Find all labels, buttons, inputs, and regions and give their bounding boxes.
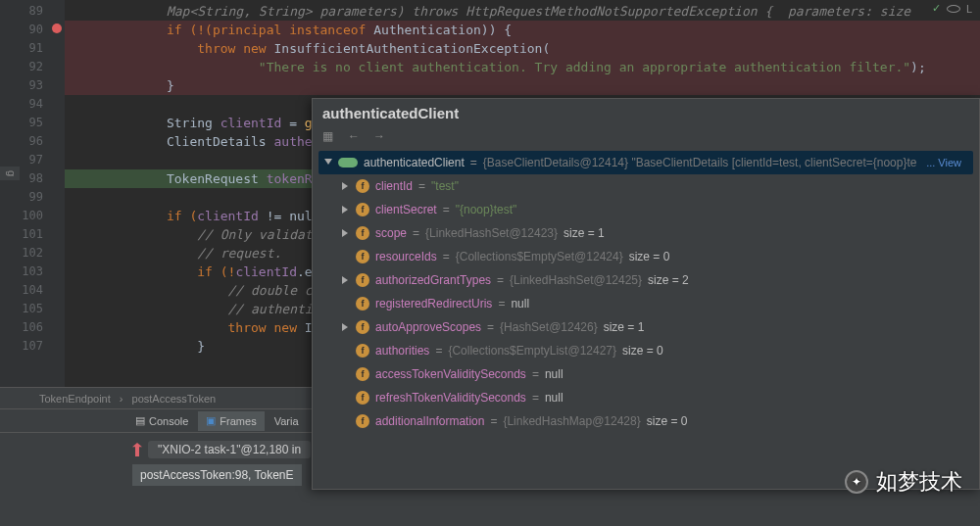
field-name: accessTokenValiditySeconds [375, 367, 526, 381]
field-icon: f [356, 414, 369, 428]
field-icon: f [356, 179, 369, 193]
breadcrumb-item[interactable]: TokenEndpoint [39, 393, 111, 405]
tree-field[interactable]: fscope = {LinkedHashSet@12423} size = 1 [342, 221, 973, 245]
field-name: clientId [375, 179, 413, 193]
field-size: size = 2 [648, 273, 689, 287]
field-name: registeredRedirectUris [375, 297, 492, 311]
history-icon[interactable]: ▦ [322, 129, 336, 143]
watermark: ✦ 如梦技术 [845, 467, 962, 497]
tree-field[interactable]: fautoApproveScopes = {HashSet@12426} siz… [342, 315, 973, 339]
code-line: } [65, 76, 980, 95]
field-name: scope [375, 226, 407, 240]
spacer [342, 394, 350, 402]
line-number: 91 [0, 39, 65, 58]
console-icon: ▤ [135, 414, 145, 427]
tab-console[interactable]: ▤Console [127, 411, 196, 431]
spacer [342, 253, 350, 261]
line-number: 106 [0, 318, 65, 337]
field-value: null [545, 367, 564, 381]
spacer [342, 347, 350, 355]
error-icon [52, 24, 62, 33]
field-name: refreshTokenValiditySeconds [375, 391, 526, 405]
line-number: 99 [0, 188, 65, 207]
field-value: {LinkedHashMap@12428} [503, 414, 640, 428]
line-number: 94 [0, 95, 65, 114]
chevron-right-icon[interactable] [342, 229, 350, 237]
spacer [342, 300, 350, 308]
line-number: 103 [0, 263, 65, 281]
stack-frame[interactable]: postAccessToken:98, TokenE [132, 464, 302, 486]
field-icon: f [356, 250, 369, 263]
line-number: 105 [0, 300, 65, 318]
field-value: {Collections$EmptyList@12427} [448, 344, 616, 358]
field-icon: f [356, 320, 369, 334]
popup-title: authenticatedClient [313, 99, 979, 123]
object-icon [338, 158, 358, 167]
tree-field[interactable]: fregisteredRedirectUris = null [342, 292, 973, 315]
field-value: {LinkedHashSet@12425} [510, 273, 642, 287]
line-number: 101 [0, 225, 65, 244]
debug-value-tree[interactable]: authenticatedClient = {BaseClientDetails… [313, 149, 979, 435]
forward-icon[interactable]: → [373, 129, 387, 143]
code-line: Map<String, String> parameters) throws H… [65, 2, 980, 21]
root-value: {BaseClientDetails@12414} "BaseClientDet… [483, 156, 917, 169]
breadcrumb-item[interactable]: postAccessToken [132, 393, 217, 405]
field-name: additionalInformation [375, 414, 484, 428]
field-value: null [511, 297, 529, 311]
field-size: size = 0 [647, 414, 688, 428]
field-value: null [545, 391, 564, 405]
field-size: size = 1 [564, 226, 605, 240]
field-icon: f [356, 203, 369, 216]
field-icon: f [356, 273, 369, 287]
field-icon: f [356, 344, 369, 358]
field-icon: f [356, 297, 369, 311]
tree-field[interactable]: faccessTokenValiditySeconds = null [342, 362, 973, 386]
field-name: clientSecret [375, 203, 437, 216]
field-size: size = 1 [604, 320, 645, 334]
pin-icon [132, 443, 142, 456]
field-value: {HashSet@12426} [500, 320, 598, 334]
line-number: 95 [0, 114, 65, 132]
line-number: 102 [0, 244, 65, 263]
tree-root[interactable]: authenticatedClient = {BaseClientDetails… [318, 151, 973, 174]
chevron-right-icon[interactable] [342, 182, 350, 190]
chevron-right-icon[interactable] [342, 206, 350, 214]
field-icon: f [356, 367, 369, 381]
line-number: 104 [0, 281, 65, 300]
chevron-right-icon[interactable] [342, 276, 350, 284]
frames-icon: ▣ [206, 414, 216, 427]
tree-field[interactable]: fadditionalInformation = {LinkedHashMap@… [342, 409, 973, 433]
chevron-right-icon[interactable] [342, 323, 350, 331]
line-number: 93 [0, 76, 65, 95]
tree-field[interactable]: fresourceIds = {Collections$EmptySet@124… [342, 245, 973, 268]
tree-field[interactable]: fauthorizedGrantTypes = {LinkedHashSet@1… [342, 268, 973, 292]
line-number: 92 [0, 58, 65, 76]
tree-field[interactable]: fclientId = "test" [342, 174, 973, 198]
field-value: "{noop}test" [456, 203, 517, 216]
back-icon[interactable]: ← [348, 129, 362, 143]
line-number: 90 [0, 21, 65, 39]
thread-name: "XNIO-2 task-1"@12,180 in [148, 441, 311, 458]
field-value: {LinkedHashSet@12423} [425, 226, 558, 240]
watermark-text: 如梦技术 [876, 467, 962, 497]
popup-toolbar: ▦ ← → [313, 123, 979, 149]
field-name: resourceIds [375, 250, 437, 263]
field-value: {Collections$EmptySet@12424} [456, 250, 623, 263]
root-name: authenticatedClient [364, 156, 465, 169]
line-number: 100 [0, 207, 65, 225]
line-number: 96 [0, 132, 65, 151]
field-icon: f [356, 226, 369, 240]
code-line: if (!(principal instanceof Authenticatio… [65, 21, 980, 39]
field-name: autoApproveScopes [375, 320, 481, 334]
tree-field[interactable]: fclientSecret = "{noop}test" [342, 198, 973, 221]
tree-field[interactable]: frefreshTokenValiditySeconds = null [342, 386, 973, 409]
field-size: size = 0 [629, 250, 670, 263]
line-number: 107 [0, 337, 65, 356]
tab-frames[interactable]: ▣Frames [198, 411, 264, 431]
view-link[interactable]: ... View [926, 157, 967, 168]
tree-field[interactable]: fauthorities = {Collections$EmptyList@12… [342, 339, 973, 362]
line-number: 97 [0, 151, 65, 169]
tab-variables[interactable]: Varia [267, 411, 307, 431]
chevron-down-icon[interactable] [324, 159, 332, 167]
line-number: 98 [0, 169, 65, 188]
